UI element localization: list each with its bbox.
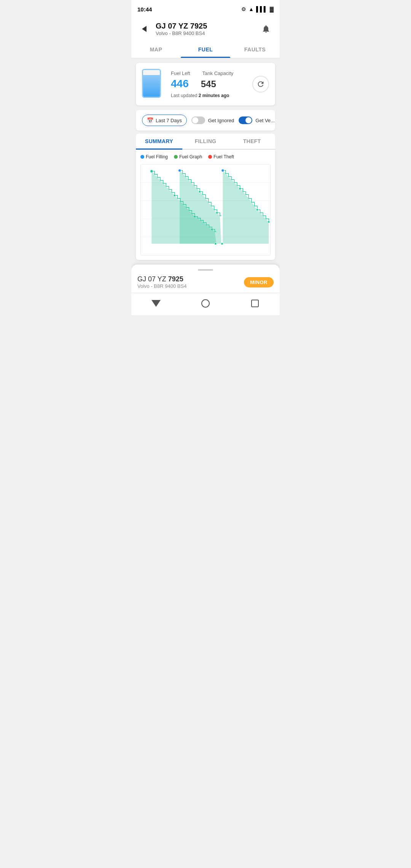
wifi-icon: ▲ xyxy=(249,6,254,12)
tab-summary[interactable]: SUMMARY xyxy=(136,134,182,149)
legend-fuel-graph: Fuel Graph xyxy=(174,154,202,160)
fuel-gauge-container xyxy=(142,69,165,99)
legend-fuel-theft: Fuel Theft xyxy=(208,154,234,160)
minor-badge[interactable]: MINOR xyxy=(244,277,274,287)
calendar-icon: 📅 xyxy=(147,117,153,123)
fuel-left-value: 446 xyxy=(171,78,189,90)
tab-fuel[interactable]: FUEL xyxy=(181,41,230,58)
fuel-left-label: Fuel Left xyxy=(171,70,190,76)
filter-bar: 📅 Last 7 Days Get Ignored Get Ve... xyxy=(136,110,275,131)
tab-faults[interactable]: FAULTS xyxy=(230,41,280,58)
bottom-sheet-handle[interactable] xyxy=(198,269,213,271)
bottom-vehicle-info: GJ 07 YZ 7925 Volvo - B8R 9400 BS4 MINOR xyxy=(137,275,274,289)
svg-point-18 xyxy=(268,221,270,223)
date-range-label: Last 7 Days xyxy=(156,118,182,123)
svg-point-20 xyxy=(221,243,223,245)
status-bar: 10:44 ⚙ ▲ ▌▌▌ ▓ xyxy=(131,0,280,17)
notification-button[interactable] xyxy=(258,21,274,37)
bottom-vehicle-name: GJ 07 YZ 7925 xyxy=(137,275,186,283)
svg-point-7 xyxy=(174,194,176,196)
legend-label-graph: Fuel Graph xyxy=(179,154,202,160)
fuel-gauge xyxy=(142,69,161,98)
battery-icon: ▓ xyxy=(270,6,274,12)
fuel-labels: Fuel Left Tank Capacity xyxy=(171,70,246,76)
back-button[interactable] xyxy=(137,22,151,36)
header-info: GJ 07 YZ 7925 Volvo - B8R 9400 BS4 xyxy=(156,22,254,36)
get-vehicle-label: Get Ve... xyxy=(255,118,275,123)
fuel-card: Fuel Left Tank Capacity 446 545 Last upd… xyxy=(136,63,275,105)
fuel-card-content: Fuel Left Tank Capacity 446 545 Last upd… xyxy=(142,69,269,99)
back-arrow-icon xyxy=(142,26,147,32)
sub-tabs: SUMMARY FILLING THEFT xyxy=(136,134,275,150)
fuel-values: 446 545 xyxy=(171,78,246,90)
legend-dot-graph xyxy=(174,155,178,159)
nav-back-icon xyxy=(151,300,161,307)
fuel-updated: Last updated 2 minutes ago xyxy=(171,93,246,98)
get-vehicle-toggle[interactable]: Get Ve... xyxy=(239,116,275,124)
bottom-vehicle-details: GJ 07 YZ 7925 Volvo - B8R 9400 BS4 xyxy=(137,275,186,289)
legend-label-theft: Fuel Theft xyxy=(213,154,234,160)
svg-point-11 xyxy=(178,169,181,172)
nav-recents-button[interactable] xyxy=(245,298,264,309)
header: GJ 07 YZ 7925 Volvo - B8R 9400 BS4 xyxy=(131,17,280,41)
svg-point-16 xyxy=(239,187,241,190)
bottom-vehicle-model: Volvo - B8R 9400 BS4 xyxy=(137,283,186,289)
legend-dot-theft xyxy=(208,155,212,159)
page-title: GJ 07 YZ 7925 xyxy=(156,22,254,30)
bottom-nav xyxy=(131,293,280,315)
legend-fuel-filling: Fuel Filling xyxy=(140,154,168,160)
vehicle-model: Volvo - B8R 9400 BS4 xyxy=(156,30,254,36)
nav-recents-icon xyxy=(251,300,259,307)
legend-dot-filling xyxy=(140,155,144,159)
get-ignored-toggle[interactable]: Get Ignored xyxy=(191,116,234,124)
legend-label-filling: Fuel Filling xyxy=(146,154,168,160)
svg-point-15 xyxy=(221,169,225,172)
fuel-chart[interactable] xyxy=(140,164,271,255)
svg-point-6 xyxy=(150,170,153,173)
svg-point-12 xyxy=(199,190,201,193)
refresh-button[interactable] xyxy=(252,76,269,93)
chart-container: Fuel Filling Fuel Graph Fuel Theft xyxy=(136,150,275,260)
chart-legend: Fuel Filling Fuel Graph Fuel Theft xyxy=(140,154,271,160)
get-ignored-label: Get Ignored xyxy=(208,118,234,123)
bell-icon xyxy=(261,24,271,34)
get-vehicle-switch[interactable] xyxy=(239,116,252,124)
svg-point-17 xyxy=(256,209,258,211)
fuel-info: Fuel Left Tank Capacity 446 545 Last upd… xyxy=(171,70,246,98)
nav-back-button[interactable] xyxy=(147,298,166,309)
date-range-filter[interactable]: 📅 Last 7 Days xyxy=(142,115,187,126)
svg-point-13 xyxy=(216,212,218,214)
status-icons: ⚙ ▲ ▌▌▌ ▓ xyxy=(241,6,274,12)
status-time: 10:44 xyxy=(137,6,152,13)
fuel-gauge-fill xyxy=(143,75,160,97)
settings-icon: ⚙ xyxy=(241,6,246,12)
tab-theft[interactable]: THEFT xyxy=(229,134,275,149)
refresh-icon xyxy=(256,80,265,88)
get-ignored-switch[interactable] xyxy=(191,116,205,124)
nav-home-button[interactable] xyxy=(196,298,215,309)
signal-icon: ▌▌▌ xyxy=(256,6,268,12)
tank-capacity-value: 545 xyxy=(201,79,216,89)
bottom-sheet: GJ 07 YZ 7925 Volvo - B8R 9400 BS4 MINOR xyxy=(131,265,280,293)
tank-capacity-label: Tank Capacity xyxy=(202,70,234,76)
tab-map[interactable]: MAP xyxy=(131,41,181,58)
nav-home-icon xyxy=(201,299,210,308)
main-tabs: MAP FUEL FAULTS xyxy=(131,41,280,58)
tab-filling[interactable]: FILLING xyxy=(182,134,229,149)
bottom-vehicle-plate: 7925 xyxy=(168,275,183,283)
svg-point-19 xyxy=(215,243,217,245)
last-updated-time: 2 minutes ago xyxy=(199,93,229,98)
